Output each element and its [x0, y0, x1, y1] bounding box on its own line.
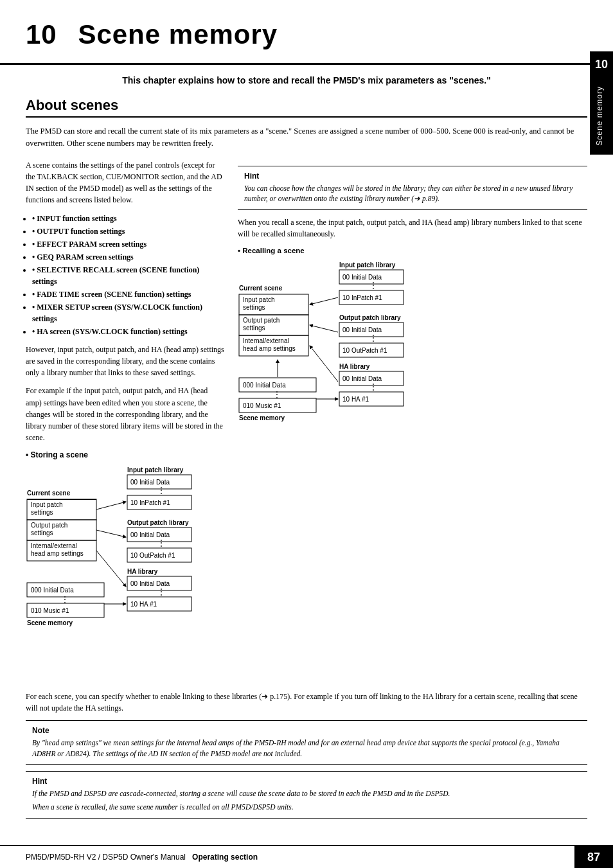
- bullet-item: SELECTIVE RECALL screen (SCENE function)…: [32, 264, 225, 287]
- svg-text:Output patch library: Output patch library: [127, 519, 189, 526]
- svg-text:⋮: ⋮: [369, 281, 377, 290]
- svg-text:00 Initial Data: 00 Initial Data: [342, 274, 382, 281]
- svg-text:Input patch library: Input patch library: [339, 261, 396, 269]
- svg-text:⋮: ⋮: [273, 390, 281, 399]
- svg-text:010 Music #1: 010 Music #1: [243, 402, 281, 409]
- svg-text:Internal/external: Internal/external: [243, 337, 289, 344]
- svg-text:Current scene: Current scene: [239, 285, 283, 292]
- svg-text:010 Music #1: 010 Music #1: [31, 607, 69, 614]
- left-body-p3: For example if the input patch, output p…: [26, 385, 225, 443]
- svg-text:Current scene: Current scene: [27, 490, 71, 497]
- sidebar-label: Scene memory: [590, 77, 613, 155]
- svg-text:head amp settings: head amp settings: [31, 550, 84, 557]
- chapter-header: 10 Scene memory: [0, 0, 613, 65]
- svg-text:10 InPatch #1: 10 InPatch #1: [342, 294, 382, 301]
- bullet-item: OUTPUT function settings: [32, 226, 225, 237]
- svg-text:head amp settings: head amp settings: [243, 345, 296, 352]
- svg-text:10 HA #1: 10 HA #1: [130, 601, 157, 608]
- page-number: 87: [574, 846, 613, 868]
- svg-text:⋮: ⋮: [157, 538, 165, 547]
- bullet-list: INPUT function settings OUTPUT function …: [32, 213, 225, 337]
- note-title: Note: [32, 726, 581, 735]
- svg-text:000 Initial Data: 000 Initial Data: [243, 382, 286, 389]
- left-body-p1: A scene contains the settings of the pan…: [26, 159, 225, 206]
- svg-text:HA library: HA library: [339, 363, 370, 370]
- chapter-title: 10 Scene memory: [26, 19, 587, 50]
- svg-text:settings: settings: [31, 509, 53, 516]
- left-body-p2: However, input patch, output patch, and …: [26, 344, 225, 379]
- hint-bottom-text2: When a scene is recalled, the same scene…: [32, 802, 581, 813]
- hint-title: Hint: [244, 172, 581, 181]
- bottom-section: For each scene, you can specify whether …: [0, 684, 613, 819]
- svg-text:00 Initial Data: 00 Initial Data: [342, 326, 382, 333]
- linking-text: For each scene, you can specify whether …: [26, 691, 587, 714]
- bullet-item: GEQ PARAM screen settings: [32, 251, 225, 263]
- chapter-subtitle: This chapter explains how to store and r…: [26, 75, 587, 85]
- hint-text: You can choose how the changes will be s…: [244, 183, 581, 204]
- recalling-scene-svg: Input patch library Current scene Input …: [238, 258, 424, 464]
- svg-text:Output patch: Output patch: [31, 522, 67, 529]
- chapter-name: Scene memory: [78, 19, 278, 49]
- svg-text:Input patch library: Input patch library: [127, 466, 184, 474]
- svg-text:00 Initial Data: 00 Initial Data: [130, 479, 170, 486]
- recalling-label: • Recalling a scene: [238, 247, 587, 254]
- svg-text:Output patch: Output patch: [243, 317, 280, 324]
- svg-text:settings: settings: [243, 324, 265, 332]
- svg-line-17: [96, 502, 126, 509]
- svg-text:10 HA #1: 10 HA #1: [342, 396, 369, 403]
- svg-text:Input patch: Input patch: [243, 296, 274, 303]
- right-body-p1: When you recall a scene, the input patch…: [238, 217, 587, 240]
- hint-bottom-text1: If the PM5D and DSP5D are cascade-connec…: [32, 788, 581, 799]
- svg-line-31: [96, 551, 126, 587]
- svg-text:settings: settings: [31, 529, 53, 536]
- bullet-item: INPUT function settings: [32, 213, 225, 224]
- svg-text:settings: settings: [243, 304, 265, 311]
- hint-box-bottom: Hint If the PM5D and DSP5D are cascade-c…: [26, 771, 587, 818]
- svg-text:00 Initial Data: 00 Initial Data: [130, 531, 170, 538]
- sidebar-chapter-number: 10: [590, 51, 613, 77]
- section-title: About scenes: [26, 97, 587, 118]
- note-box: Note By "head amp settings" we mean sett…: [26, 720, 587, 765]
- storing-scene-svg: Input patch library Current scene Input …: [26, 463, 212, 682]
- svg-text:00 Initial Data: 00 Initial Data: [130, 580, 170, 587]
- svg-text:⋮: ⋮: [369, 333, 377, 342]
- svg-text:⋮: ⋮: [157, 587, 165, 596]
- page: 10 Scene memory 10 Scene memory This cha…: [0, 0, 613, 868]
- svg-line-55: [310, 297, 338, 305]
- svg-line-62: [310, 325, 338, 332]
- left-column: A scene contains the settings of the pan…: [26, 159, 225, 684]
- bottom-bar: PM5D/PM5D-RH V2 / DSP5D Owner's Manual O…: [0, 845, 613, 868]
- svg-line-24: [96, 530, 126, 537]
- svg-text:Scene memory: Scene memory: [27, 619, 73, 626]
- svg-text:Output patch library: Output patch library: [339, 314, 401, 321]
- bottom-manual-text: PM5D/PM5D-RH V2 / DSP5D Owner's Manual O…: [0, 853, 574, 862]
- note-text: By "head amp settings" we mean settings …: [32, 738, 581, 759]
- intro-text: The PM5D can store and recall the curren…: [26, 125, 587, 150]
- hint-bottom-title: Hint: [32, 777, 581, 786]
- svg-line-69: [310, 346, 338, 382]
- chapter-number: 10: [26, 19, 57, 49]
- svg-text:⋮: ⋮: [369, 382, 377, 391]
- bullet-item: EFFECT PARAM screen settings: [32, 238, 225, 250]
- storing-diagram: • Storing a scene Input patch library Cu…: [26, 450, 225, 684]
- svg-text:HA library: HA library: [127, 568, 158, 575]
- bullet-item: FADE TIME screen (SCENE function) settin…: [32, 288, 225, 300]
- bullet-item: HA screen (SYS/W.CLOCK function) setting…: [32, 326, 225, 337]
- svg-text:10 InPatch #1: 10 InPatch #1: [130, 499, 170, 506]
- right-column: Hint You can choose how the changes will…: [238, 159, 587, 684]
- svg-text:⋮: ⋮: [61, 595, 69, 604]
- bullet-item: MIXER SETUP screen (SYS/W.CLOCK function…: [32, 301, 225, 324]
- storing-label: • Storing a scene: [26, 450, 225, 459]
- svg-text:10 OutPatch #1: 10 OutPatch #1: [342, 347, 387, 354]
- svg-text:10 OutPatch #1: 10 OutPatch #1: [130, 552, 175, 559]
- svg-text:Scene memory: Scene memory: [239, 414, 285, 421]
- svg-text:Internal/external: Internal/external: [31, 542, 77, 549]
- recalling-diagram: • Recalling a scene Input patch library …: [238, 247, 587, 466]
- svg-text:00 Initial Data: 00 Initial Data: [342, 375, 382, 382]
- svg-text:Input patch: Input patch: [31, 501, 62, 508]
- svg-text:⋮: ⋮: [157, 486, 165, 495]
- hint-box-top: Hint You can choose how the changes will…: [238, 166, 587, 210]
- svg-text:000 Initial Data: 000 Initial Data: [31, 587, 74, 594]
